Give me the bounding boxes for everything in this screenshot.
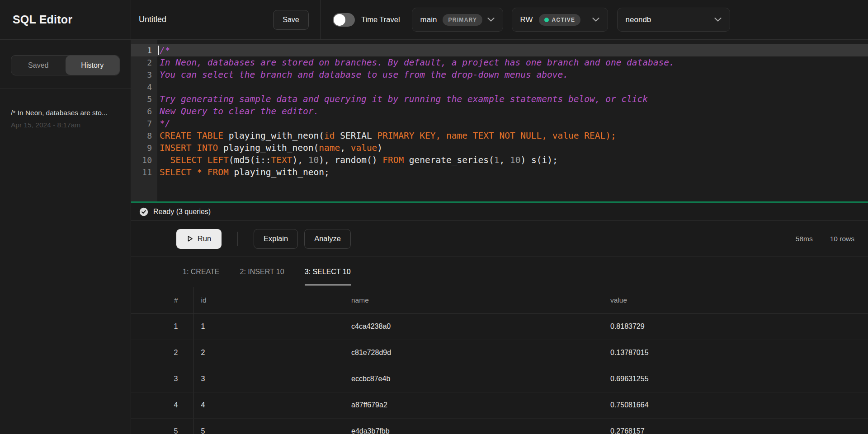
table-row: 44a87ff679a20.75081664 — [131, 392, 868, 418]
code-text: /* — [157, 44, 170, 56]
editor-line: 7*/ — [131, 117, 868, 130]
editor-line: 5Try generating sample data and querying… — [131, 93, 868, 105]
compute-status-badge: ACTIVE — [539, 14, 581, 26]
save-button[interactable]: Save — [273, 10, 309, 30]
line-number: 4 — [131, 81, 157, 93]
database-name: neondb — [626, 15, 651, 24]
editor-lines: 1/*2In Neon, databases are stored on bra… — [131, 44, 868, 178]
editor-line: 10 SELECT LEFT(md5(i::TEXT), 10), random… — [131, 154, 868, 166]
table-cell: 4 — [193, 392, 344, 418]
actions-divider — [237, 232, 238, 246]
sidebar-header: SQL Editor — [0, 0, 131, 40]
main-panel: Untitled Save Time Travel main PRIMARY R… — [131, 0, 868, 434]
line-number: 6 — [131, 105, 157, 117]
table-cell: eccbc87e4b — [344, 366, 603, 392]
code-text: New Query to clear the editor. — [157, 105, 319, 117]
column-header-: # — [131, 287, 193, 313]
saved-history-segmented-control: SavedHistory — [11, 55, 120, 75]
query-duration: 58ms — [796, 235, 813, 243]
line-number: 3 — [131, 69, 157, 81]
line-number: 11 — [131, 166, 157, 178]
table-cell: e4da3b7fbb — [344, 418, 603, 434]
line-number: 9 — [131, 142, 157, 154]
table-cell: 0.69631255 — [603, 366, 868, 392]
sql-editor-app: SQL Editor SavedHistory /* In Neon, data… — [0, 0, 868, 434]
code-editor[interactable]: 1/*2In Neon, databases are stored on bra… — [131, 40, 868, 201]
table-cell: 0.2768157 — [603, 418, 868, 434]
code-text: INSERT INTO playing_with_neon(name, valu… — [157, 142, 382, 154]
result-tab-1-create[interactable]: 1: CREATE — [183, 257, 220, 287]
table-cell: 0.75081664 — [603, 392, 868, 418]
code-text: You can select the branch and database t… — [157, 69, 568, 81]
table-row: 55e4da3b7fbb0.2768157 — [131, 418, 868, 434]
editor-line: 1/* — [131, 44, 868, 56]
editor-line: 9INSERT INTO playing_with_neon(name, val… — [131, 142, 868, 154]
table-cell: 3 — [193, 366, 344, 392]
table-row: 11c4ca4238a00.8183729 — [131, 313, 868, 340]
branch-dropdown[interactable]: main PRIMARY — [412, 8, 503, 32]
explain-button[interactable]: Explain — [254, 229, 298, 249]
chevron-down-icon — [487, 18, 495, 22]
run-button[interactable]: Run — [176, 229, 222, 249]
editor-line: 4 — [131, 81, 868, 93]
chevron-down-icon — [592, 18, 599, 22]
time-travel-label: Time Travel — [361, 15, 400, 24]
history-item-timestamp: Apr 15, 2024 - 8:17am — [11, 121, 120, 129]
results-table-container: #idnamevalue11c4ca4238a00.818372922c81e7… — [131, 287, 868, 434]
column-header-id: id — [193, 287, 344, 313]
line-number: 1 — [131, 44, 157, 56]
branch-primary-badge: PRIMARY — [443, 14, 482, 26]
table-cell: 5 — [193, 418, 344, 434]
table-cell: c81e728d9d — [344, 340, 603, 366]
database-dropdown[interactable]: neondb — [617, 8, 730, 32]
sidebar: SQL Editor SavedHistory /* In Neon, data… — [0, 0, 131, 434]
code-text: SELECT * FROM playing_with_neon; — [157, 166, 330, 178]
code-text: SELECT LEFT(md5(i::TEXT), 10), random() … — [157, 154, 558, 166]
code-text: Try generating sample data and querying … — [157, 93, 648, 105]
line-number: 7 — [131, 117, 157, 130]
editor-line: 11SELECT * FROM playing_with_neon; — [131, 166, 868, 178]
editor-line: 6New Query to clear the editor. — [131, 105, 868, 117]
table-cell: 1 — [193, 313, 344, 340]
editor-line: 2In Neon, databases are stored on branch… — [131, 56, 868, 69]
run-button-label: Run — [198, 234, 211, 243]
line-number: 8 — [131, 130, 157, 142]
actions-bar: Run Explain Analyze 58ms 10 rows — [131, 221, 868, 257]
row-index-cell: 2 — [131, 340, 193, 366]
history-item[interactable]: /* In Neon, databases are sto...Apr 15, … — [11, 109, 120, 129]
time-travel-toggle[interactable] — [333, 13, 355, 27]
topbar-divider — [320, 0, 321, 39]
code-text: */ — [157, 117, 170, 130]
editor-line: 8CREATE TABLE playing_with_neon(id SERIA… — [131, 130, 868, 142]
status-bar: Ready (3 queries) — [131, 203, 868, 221]
table-cell: 0.8183729 — [603, 313, 868, 340]
result-tab-2-insert-10[interactable]: 2: INSERT 10 — [240, 257, 284, 287]
row-index-cell: 4 — [131, 392, 193, 418]
result-tab-3-select-10[interactable]: 3: SELECT 10 — [305, 257, 351, 287]
line-number: 5 — [131, 93, 157, 105]
editor-caret — [158, 46, 159, 55]
table-cell: 2 — [193, 340, 344, 366]
row-index-cell: 3 — [131, 366, 193, 392]
row-index-cell: 5 — [131, 418, 193, 434]
editor-line: 3You can select the branch and database … — [131, 69, 868, 81]
table-header-row: #idnamevalue — [131, 287, 868, 313]
table-cell: c4ca4238a0 — [344, 313, 603, 340]
table-cell: 0.13787015 — [603, 340, 868, 366]
branch-name: main — [420, 15, 437, 24]
line-number: 10 — [131, 154, 157, 166]
sidebar-tab-history[interactable]: History — [66, 56, 120, 75]
line-number: 2 — [131, 56, 157, 69]
sidebar-tab-saved[interactable]: Saved — [11, 56, 66, 75]
query-row-count: 10 rows — [830, 235, 854, 243]
code-text: CREATE TABLE playing_with_neon(id SERIAL… — [157, 130, 616, 142]
topbar: Untitled Save Time Travel main PRIMARY R… — [131, 0, 868, 40]
compute-dropdown[interactable]: RW ACTIVE — [512, 8, 608, 32]
history-item-title: /* In Neon, databases are sto... — [11, 109, 120, 117]
table-row: 33eccbc87e4b0.69631255 — [131, 366, 868, 392]
sidebar-tabs-section: SavedHistory — [0, 40, 131, 89]
table-row: 22c81e728d9d0.13787015 — [131, 340, 868, 366]
code-text: In Neon, databases are stored on branche… — [157, 56, 675, 69]
analyze-button[interactable]: Analyze — [304, 229, 351, 249]
active-dot-icon — [544, 18, 549, 22]
